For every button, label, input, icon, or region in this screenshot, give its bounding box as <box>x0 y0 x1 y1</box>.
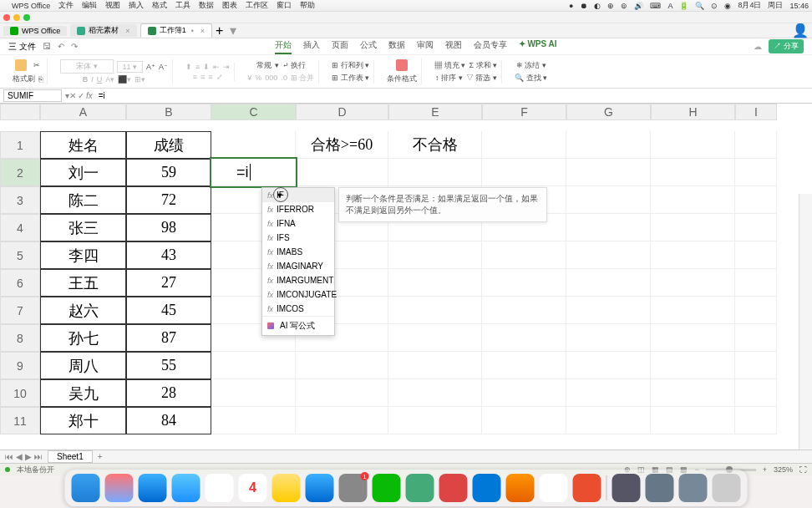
italic-button[interactable]: I <box>91 75 94 84</box>
orientation-button[interactable]: ⤢ <box>216 73 223 81</box>
app-name[interactable]: WPS Office <box>12 2 50 10</box>
cell-F10[interactable] <box>482 379 566 407</box>
right-sidebar[interactable] <box>799 194 812 450</box>
row-header-10[interactable]: 10 <box>0 379 40 407</box>
cell-D2[interactable] <box>296 159 388 186</box>
cell-I3[interactable] <box>735 186 777 214</box>
minimize-window-button[interactable] <box>13 14 20 21</box>
align-center-button[interactable]: ≡ <box>200 73 205 81</box>
tab-wpsai[interactable]: ✦ WPS AI <box>519 39 557 54</box>
row-header-4[interactable]: 4 <box>0 214 40 241</box>
cell-I5[interactable] <box>735 241 777 269</box>
align-right-button[interactable]: ≡ <box>208 73 212 81</box>
cell-B3[interactable]: 72 <box>126 186 211 214</box>
cell-H5[interactable] <box>651 241 735 269</box>
cell-I11[interactable] <box>735 407 777 434</box>
cancel-formula-button[interactable]: ✕ <box>69 91 76 100</box>
bluetooth-icon[interactable]: ⌨ <box>650 2 661 10</box>
bold-button[interactable]: B <box>83 75 89 84</box>
cell-G11[interactable] <box>566 407 651 434</box>
menu-data[interactable]: 数据 <box>199 0 214 11</box>
row-header-3[interactable]: 3 <box>0 186 40 214</box>
cell-C10[interactable] <box>211 379 296 407</box>
tab-view[interactable]: 视图 <box>445 39 462 54</box>
firefox-icon[interactable] <box>506 474 535 502</box>
cell-D9[interactable] <box>296 352 388 379</box>
col-header-H[interactable]: H <box>651 104 735 120</box>
col-header-F[interactable]: F <box>482 104 566 120</box>
menu-workspace[interactable]: 工作区 <box>246 0 268 11</box>
col-header-G[interactable]: G <box>566 104 651 120</box>
underline-button[interactable]: U <box>97 75 103 84</box>
cell-E5[interactable] <box>388 241 482 269</box>
calendar-icon[interactable]: 4 <box>239 474 267 502</box>
cell-F6[interactable] <box>482 269 566 297</box>
autocomplete-item[interactable]: fxIMABS <box>262 245 334 259</box>
row-header-1[interactable]: 1 <box>0 131 40 159</box>
redo-icon[interactable]: ↷ <box>71 42 78 51</box>
cell-H6[interactable] <box>651 269 735 297</box>
cell-E10[interactable] <box>388 379 482 407</box>
cond-format-button[interactable] <box>394 58 409 72</box>
cell-F9[interactable] <box>482 352 566 379</box>
launchpad-icon[interactable] <box>105 474 134 502</box>
col-header-A[interactable]: A <box>40 104 126 120</box>
col-header-I[interactable]: I <box>735 104 777 120</box>
menu-window[interactable]: 窗口 <box>277 0 292 11</box>
cell-C11[interactable] <box>211 407 296 434</box>
autocomplete-item[interactable]: fxIFERROR <box>262 202 334 216</box>
cell-B10[interactable]: 28 <box>126 379 211 407</box>
cell-H2[interactable] <box>651 159 735 186</box>
finder-icon[interactable] <box>72 474 100 502</box>
align-top-button[interactable]: ⬆ <box>185 63 192 71</box>
row-header-9[interactable]: 9 <box>0 352 40 379</box>
sum-button[interactable]: Σ 求和 ▾ <box>469 60 497 71</box>
cut-button[interactable]: ✂ <box>32 60 42 70</box>
menu-format[interactable]: 格式 <box>152 0 167 11</box>
cell-F1[interactable] <box>482 131 566 159</box>
search-icon[interactable]: 🔍 <box>695 2 704 10</box>
select-all-corner[interactable] <box>0 104 40 120</box>
cell-B8[interactable]: 87 <box>126 324 211 352</box>
cell-H3[interactable] <box>651 186 735 214</box>
cell-H11[interactable] <box>651 407 735 434</box>
save-icon[interactable]: 🖫 <box>43 42 51 51</box>
app4-icon[interactable] <box>646 474 674 502</box>
border-button[interactable]: ⊞▾ <box>134 75 145 84</box>
cell-G3[interactable] <box>566 186 651 214</box>
col-header-D[interactable]: D <box>296 104 388 120</box>
font-select[interactable]: 宋体 ▾ <box>60 59 114 74</box>
cell-E11[interactable] <box>388 407 482 434</box>
undo-icon[interactable]: ↶ <box>58 42 64 51</box>
cell-A10[interactable]: 吴九 <box>40 379 126 407</box>
cell-H7[interactable] <box>651 297 735 324</box>
cell-E6[interactable] <box>388 269 482 297</box>
row-header-6[interactable]: 6 <box>0 269 40 297</box>
cell-B7[interactable]: 45 <box>126 297 211 324</box>
cell-B11[interactable]: 84 <box>126 407 211 434</box>
cell-I4[interactable] <box>735 214 777 241</box>
filter-button[interactable]: ▽ 筛选 ▾ <box>466 73 497 84</box>
autocomplete-item[interactable]: fxIMAGINARY <box>262 259 334 273</box>
share-button[interactable]: ↗ 分享 <box>769 39 804 53</box>
indent-dec-button[interactable]: ⇤ <box>213 63 220 71</box>
sheet-prev-button[interactable]: ◀ <box>16 452 23 461</box>
col-header-B[interactable]: B <box>126 104 211 120</box>
control-icon[interactable]: ⊙ <box>711 2 718 10</box>
cell-I9[interactable] <box>735 352 777 379</box>
tab-review[interactable]: 审阅 <box>417 39 434 54</box>
menu-edit[interactable]: 编辑 <box>82 0 97 11</box>
align-mid-button[interactable]: ≡ <box>195 63 200 71</box>
cell-G5[interactable] <box>566 241 651 269</box>
file-menu[interactable]: 三 文件 <box>8 41 36 53</box>
cell-G1[interactable] <box>566 131 651 159</box>
cell-I2[interactable] <box>735 159 777 186</box>
menu-file[interactable]: 文件 <box>58 0 74 11</box>
cell-C2[interactable]: =i <box>211 159 296 186</box>
cell-F7[interactable] <box>482 297 566 324</box>
font-color-button[interactable]: A▾ <box>105 75 114 84</box>
cell-E8[interactable] <box>388 324 482 352</box>
tab-menu-icon[interactable]: ▾ <box>230 23 236 38</box>
safari-icon[interactable] <box>139 474 167 502</box>
font-size[interactable]: 11 ▾ <box>117 61 144 73</box>
